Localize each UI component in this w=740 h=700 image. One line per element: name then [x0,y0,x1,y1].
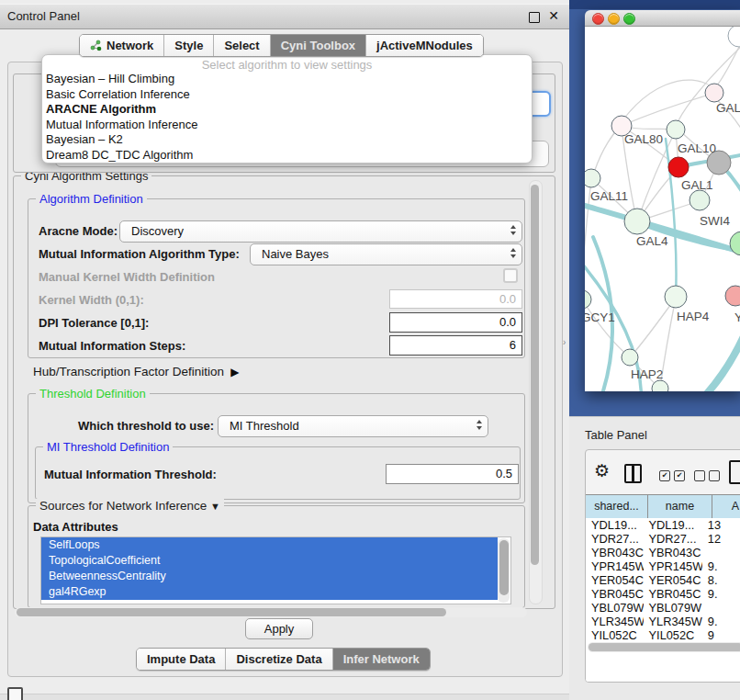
algorithm-option-basic-correlation-inference[interactable]: Basic Correlation Inference [42,87,532,103]
table-cell: YLR345W [586,615,644,628]
mi-threshold-input[interactable]: 0.5 [386,464,519,484]
tab-cyni-toolbox[interactable]: Cyni Toolbox [271,35,366,56]
table-panel-title: Table Panel [585,428,647,442]
network-edge[interactable] [623,94,712,125]
node-label-gal80: GAL80 [624,132,663,146]
export-table-icon[interactable] [729,460,740,484]
network-node[interactable] [728,27,740,47]
network-node-swi4[interactable] [690,190,710,210]
popup-placeholder: Select algorithm to view settings [42,55,532,72]
table-cell: YDL19... [644,518,702,532]
dpi-tolerance-label: DPI Tolerance [0,1]: [39,316,149,330]
tab-jactivemnodules[interactable]: jActiveMNodules [366,35,483,56]
table-hscrollbar[interactable] [588,642,740,652]
minimize-window-icon[interactable] [608,13,620,25]
data-attribute-option-gal4rgexp[interactable]: gal4RGexp [41,584,498,600]
node-label-swi4: SWI4 [700,214,730,228]
algorithm-option-dream8-dc-tdc-algorithm[interactable]: Dream8 DC_TDC Algorithm [42,148,532,164]
network-node-gal10[interactable] [667,120,685,139]
tab-select[interactable]: Select [214,35,270,56]
close-window-icon[interactable] [592,13,604,25]
tab-infer-network[interactable]: Infer Network [333,649,430,670]
zoom-window-icon[interactable] [623,13,635,25]
tab-label: Discretize Data [236,652,321,666]
table-row[interactable]: YBR043CYBR043C [586,546,740,559]
algorithm-option-bayesian-k2[interactable]: Bayesian – K2 [42,132,532,148]
table-cell: YER054C [644,573,702,587]
aracne-mode-select[interactable]: Discovery [119,220,522,243]
network-window-titlebar[interactable] [585,10,740,27]
which-threshold-select[interactable]: MI Threshold [218,415,488,437]
network-node[interactable] [652,380,668,391]
network-node-gal11[interactable] [585,169,600,187]
kernel-width-input[interactable]: 0.0 [389,289,522,309]
tab-discretize-data[interactable]: Discretize Data [226,649,332,670]
table-row[interactable]: YBL079WYBL079W [586,601,740,615]
table-cell: YBR045C [586,587,644,601]
mi-steps-input[interactable]: 6 [389,335,522,356]
table-cell: YDR27... [644,532,702,546]
deselect-all-columns-icon[interactable] [694,470,720,481]
attributes-scrollbar[interactable] [498,538,510,603]
column-header-name[interactable]: name [648,495,712,518]
network-edge[interactable] [631,298,676,356]
panel-dock-icon[interactable] [7,687,23,700]
sources-title[interactable]: Sources for Network Inference ▼ [36,499,224,513]
control-panel-titlebar[interactable]: Control Panel ✕ [0,4,569,29]
aracne-mode-value: Discovery [131,221,184,242]
tab-network[interactable]: Network [80,35,164,56]
table-row[interactable]: YDR27...YDR27...12 [586,532,740,546]
float-panel-icon[interactable] [529,12,540,23]
mi-type-value: Naive Bayes [262,244,329,265]
network-node-gal1[interactable] [668,157,689,177]
node-label-hap2: HAP2 [631,367,663,381]
tab-impute-data[interactable]: Impute Data [137,649,226,670]
dpi-tolerance-input[interactable]: 0.0 [389,312,522,333]
table-row[interactable]: YIL052CYIL052C9 [586,628,740,642]
apply-button[interactable]: Apply [245,618,313,639]
network-view[interactable]: GALGAL80GAL10GAL1GAL11SWI4GAL4GCY1HAP4YH… [585,27,740,391]
network-node-gal4[interactable] [624,209,650,234]
stepper-icon [510,225,516,235]
settings-scrollbar[interactable] [529,180,543,604]
hub-definition-toggle[interactable]: Hub/Transcription Factor Definition ▶ [33,365,239,378]
table-row[interactable]: YLR345WYLR345W9. [586,615,740,628]
table-row[interactable]: YDL19...YDL19...13 [586,518,740,532]
column-header-shared[interactable]: shared... [586,495,648,518]
table-row[interactable]: YER054CYER054C8. [586,573,740,587]
network-node-hap4[interactable] [665,286,687,308]
settings-hscrollbar[interactable] [15,607,527,617]
collapsed-arrow-icon[interactable]: ▶ [228,366,240,378]
data-attribute-option-betweennesscentrality[interactable]: BetweennessCentrality [41,569,498,584]
column-header-a[interactable]: A [712,495,740,518]
network-node-gal[interactable] [705,84,723,102]
network-node-hap2[interactable] [622,349,638,366]
algorithm-option-mutual-information-inference[interactable]: Mutual Information Inference [42,118,532,133]
table-row[interactable]: YPR145WYPR145W9. [586,559,740,573]
data-attribute-option-topologicalcoefficient[interactable]: TopologicalCoefficient [41,553,498,569]
algorithm-option-aracne-algorithm[interactable]: ARACNE Algorithm [42,102,532,118]
table-cell: 13 [702,518,740,532]
node-label-gal1: GAL1 [681,178,713,192]
select-all-columns-icon[interactable]: ✔✔ [659,470,685,481]
network-node-y[interactable] [725,286,740,306]
table-cell: 12 [702,532,740,546]
data-attribute-option-selfloops[interactable]: SelfLoops [41,537,498,553]
mi-type-select[interactable]: Naive Bayes [250,243,522,265]
close-panel-icon[interactable]: ✕ [548,8,559,23]
manual-kernel-checkbox[interactable] [503,268,518,283]
expanded-arrow-icon[interactable]: ▼ [210,501,220,512]
table-cell: YIL052C [644,628,702,642]
network-window: GALGAL80GAL10GAL1GAL11SWI4GAL4GCY1HAP4YH… [585,10,740,391]
aracne-mode-label: Aracne Mode: [39,224,118,238]
network-node[interactable] [730,231,740,255]
gear-icon[interactable]: ⚙ [594,462,610,480]
algorithm-option-bayesian-hill-climbing[interactable]: Bayesian – Hill Climbing [42,72,532,87]
panel-splitter-handle[interactable]: › [563,337,566,347]
tab-style[interactable]: Style [164,35,214,56]
columns-icon[interactable] [624,464,642,483]
network-node-gcy1[interactable] [585,290,591,309]
table-row[interactable]: YBR045CYBR045C9. [586,587,740,601]
data-attributes-list[interactable]: SelfLoopsTopologicalCoefficientBetweenne… [40,536,511,604]
table-body: YDL19...YDL19...13YDR27...YDR27...12YBR0… [586,518,740,682]
